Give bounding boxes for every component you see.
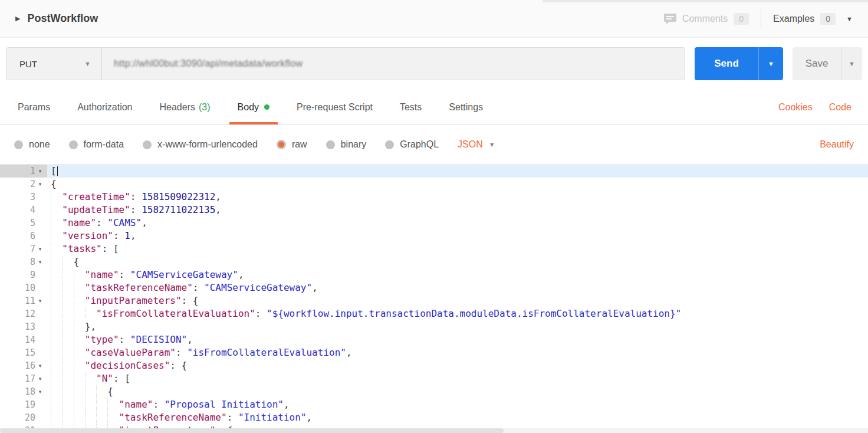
code-text[interactable]: "inputParameters": {: [47, 294, 868, 307]
horizontal-scrollbar[interactable]: [0, 428, 868, 433]
json-punctuation: :: [119, 334, 130, 345]
comments-button[interactable]: Comments 0: [664, 13, 749, 25]
code-line-8[interactable]: 8▾{: [0, 255, 868, 268]
fold-caret-icon[interactable]: ▾: [35, 385, 45, 398]
tab-tests[interactable]: Tests: [392, 90, 430, 124]
json-key: "updateTime": [62, 204, 130, 215]
code-text[interactable]: "decisionCases": {: [47, 359, 868, 372]
collapse-caret-icon[interactable]: ▶: [15, 15, 20, 22]
code-text[interactable]: "name": "Proposal Initiation",: [47, 398, 868, 411]
code-line-13[interactable]: 13},: [0, 320, 868, 333]
code-line-1[interactable]: 1▾[: [0, 165, 868, 178]
raw-language-select[interactable]: JSON ▼: [458, 139, 495, 150]
fold-caret-icon[interactable]: ▾: [35, 359, 45, 372]
code-line-3[interactable]: 3"createTime": 1581509022312,: [0, 191, 868, 204]
code-text[interactable]: "N": [: [47, 372, 868, 385]
code-text[interactable]: "taskReferenceName": "Initiation",: [47, 411, 868, 424]
fold-caret-icon[interactable]: ▾: [35, 294, 45, 307]
body-type-none[interactable]: none: [14, 139, 50, 150]
indent-guide: [96, 411, 107, 424]
indent-guide: [51, 372, 62, 385]
code-line-12[interactable]: 12"isFromCollateralEvaluation": "${workf…: [0, 307, 868, 320]
beautify-link[interactable]: Beautify: [820, 139, 854, 150]
send-options-caret[interactable]: ▼: [758, 47, 783, 80]
gutter-cell: 10: [0, 281, 47, 294]
code-text[interactable]: [: [47, 165, 868, 178]
fold-caret-icon[interactable]: ▾: [35, 165, 45, 178]
json-number: 1: [124, 230, 130, 241]
fold-caret-icon[interactable]: ▾: [35, 255, 45, 268]
gutter-cell: 2▾: [0, 178, 47, 191]
code-line-4[interactable]: 4"updateTime": 1582711022135,: [0, 204, 868, 216]
code-link[interactable]: Code: [829, 102, 851, 113]
code-editor[interactable]: 1▾[2▾{3"createTime": 1581509022312,4"upd…: [0, 164, 868, 433]
code-text[interactable]: {: [47, 255, 868, 268]
tab-settings[interactable]: Settings: [440, 90, 491, 124]
examples-dropdown[interactable]: Examples 0 ▼: [773, 13, 853, 25]
code-line-11[interactable]: 11▾"inputParameters": {: [0, 294, 868, 307]
code-line-9[interactable]: 9"name": "CAMServiceGateway",: [0, 268, 868, 281]
indent-guide: [62, 398, 73, 411]
json-punctuation: ,: [187, 334, 193, 345]
method-select[interactable]: PUT ▼: [6, 48, 102, 80]
indent-guide: [51, 242, 62, 255]
tab-pre-request-script[interactable]: Pre-request Script: [288, 90, 381, 124]
code-text[interactable]: },: [47, 320, 868, 333]
code-text[interactable]: {: [47, 385, 868, 398]
code-text[interactable]: "tasks": [: [47, 242, 868, 255]
code-line-2[interactable]: 2▾{: [0, 178, 868, 191]
code-line-17[interactable]: 17▾"N": [: [0, 372, 868, 385]
radio-icon: [385, 140, 394, 149]
code-line-14[interactable]: 14"type": "DECISION",: [0, 333, 868, 346]
code-line-10[interactable]: 10"taskReferenceName": "CAMServiceGatewa…: [0, 281, 868, 294]
indent-guide: [62, 255, 73, 268]
code-line-6[interactable]: 6"version": 1,: [0, 229, 868, 242]
indent-guide: [51, 307, 62, 320]
request-title: PostWorkflow: [27, 12, 98, 25]
send-button[interactable]: Send: [695, 47, 758, 80]
json-punctuation: ,: [215, 191, 221, 202]
body-type-raw[interactable]: raw: [277, 139, 307, 150]
tab-body[interactable]: Body: [229, 90, 278, 124]
code-line-5[interactable]: 5"name": "CAMS",: [0, 216, 868, 229]
tab-params[interactable]: Params: [9, 90, 58, 124]
fold-caret-icon[interactable]: ▾: [35, 242, 45, 255]
url-input[interactable]: http://whl00but:3090/api/metadata/workfl…: [102, 48, 685, 80]
code-text[interactable]: "name": "CAMS",: [47, 216, 868, 229]
scrollbar-thumb[interactable]: [0, 428, 504, 433]
gutter-cell: 18▾: [0, 385, 47, 398]
cookies-link[interactable]: Cookies: [778, 102, 813, 113]
code-line-7[interactable]: 7▾"tasks": [: [0, 242, 868, 255]
json-punctuation: : [: [113, 373, 130, 384]
code-text[interactable]: "caseValueParam": "isFromCollateralEvalu…: [47, 346, 868, 359]
code-text[interactable]: "isFromCollateralEvaluation": "${workflo…: [47, 307, 868, 320]
body-type-form-data[interactable]: form-data: [69, 139, 124, 150]
fold-caret-icon[interactable]: ▾: [35, 372, 45, 385]
line-number: 19: [25, 398, 35, 411]
save-button[interactable]: Save: [793, 47, 841, 80]
body-type-urlencoded[interactable]: x-www-form-urlencoded: [143, 139, 258, 150]
tab-headers[interactable]: Headers (3): [152, 90, 219, 124]
code-text[interactable]: "name": "CAMServiceGateway",: [47, 268, 868, 281]
code-text[interactable]: "createTime": 1581509022312,: [47, 191, 868, 204]
code-line-16[interactable]: 16▾"decisionCases": {: [0, 359, 868, 372]
code-line-15[interactable]: 15"caseValueParam": "isFromCollateralEva…: [0, 346, 868, 359]
body-type-graphql[interactable]: GraphQL: [385, 139, 439, 150]
method-value: PUT: [19, 59, 37, 69]
code-line-18[interactable]: 18▾{: [0, 385, 868, 398]
code-line-19[interactable]: 19"name": "Proposal Initiation",: [0, 398, 868, 411]
save-options-caret[interactable]: ▼: [841, 47, 862, 80]
code-line-20[interactable]: 20"taskReferenceName": "Initiation",: [0, 411, 868, 424]
code-text[interactable]: {: [47, 178, 868, 191]
code-text[interactable]: "type": "DECISION",: [47, 333, 868, 346]
fold-caret-icon[interactable]: ▾: [35, 178, 45, 191]
indent-guide: [51, 268, 62, 281]
code-text[interactable]: "taskReferenceName": "CAMServiceGateway"…: [47, 281, 868, 294]
raw-language-caret-icon: ▼: [489, 141, 495, 148]
json-key: "name": [119, 399, 153, 410]
json-punctuation: ,: [312, 282, 318, 293]
code-text[interactable]: "updateTime": 1582711022135,: [47, 204, 868, 216]
tab-authorization[interactable]: Authorization: [69, 90, 140, 124]
code-text[interactable]: "version": 1,: [47, 229, 868, 242]
body-type-binary[interactable]: binary: [326, 139, 367, 150]
